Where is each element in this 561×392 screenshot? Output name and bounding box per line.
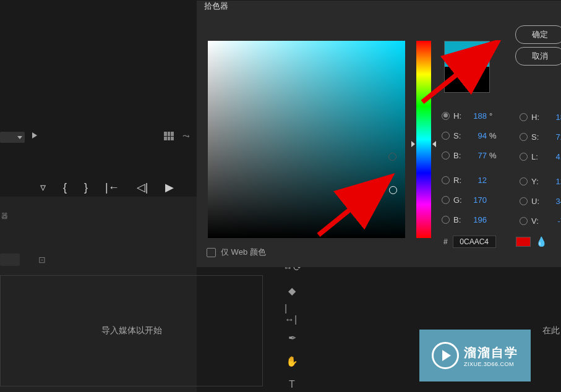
value-h[interactable]: 188 <box>466 111 489 121</box>
media-search-input[interactable] <box>0 254 20 266</box>
import-media-panel[interactable]: 导入媒体以开始 <box>0 275 263 386</box>
dialog-title: 拾色器 <box>204 1 228 12</box>
media-toolbar: ⊡ <box>0 252 197 267</box>
radio-s[interactable] <box>442 132 450 140</box>
play-circle-icon <box>432 342 459 369</box>
value-h2[interactable]: 18 <box>544 113 561 122</box>
zoom-dropdown[interactable] <box>0 132 25 143</box>
type-tool-icon[interactable]: T <box>285 377 299 392</box>
warning-swatch[interactable] <box>516 237 531 247</box>
play-icon[interactable]: ▶ <box>165 181 174 194</box>
value-s2[interactable]: 72 <box>544 132 561 142</box>
color-values-left: H: 188 ° S: 94 % B: 77 % R: 12 G: 170 <box>442 106 497 229</box>
old-color-swatch[interactable] <box>445 67 489 92</box>
radio-h2[interactable] <box>520 113 528 121</box>
radio-r[interactable] <box>442 176 450 184</box>
playback-controls: ▿ { } |← ◁| ▶ <box>40 181 174 194</box>
settings-grid-icon[interactable] <box>164 132 174 140</box>
radio-u[interactable] <box>520 197 528 205</box>
hex-row: # 💧 <box>443 236 547 248</box>
sb-cursor-previous <box>388 153 396 161</box>
marker-icon[interactable]: ▿ <box>40 181 46 194</box>
eyedropper-icon[interactable]: 💧 <box>536 236 547 247</box>
value-b[interactable]: 77 <box>466 151 489 160</box>
radio-l[interactable] <box>520 153 528 161</box>
watermark-url: ZIXUE.3D66.COM <box>464 361 518 367</box>
radio-v[interactable] <box>520 217 528 225</box>
value-y[interactable]: 12 <box>544 177 561 186</box>
radio-s2[interactable] <box>520 133 528 141</box>
go-to-in-icon[interactable]: |← <box>105 181 119 194</box>
hue-slider[interactable] <box>416 41 431 238</box>
sb-cursor-current <box>389 186 397 194</box>
import-prompt-text: 导入媒体以开始 <box>101 325 162 336</box>
value-g[interactable]: 170 <box>466 195 489 205</box>
pen-tool-icon[interactable]: ✒ <box>285 330 299 345</box>
value-l[interactable]: 41 <box>544 152 561 161</box>
hex-input[interactable] <box>453 236 496 248</box>
panel-tab-label: 器 <box>0 207 4 219</box>
web-color-checkbox-row: 仅 Web 颜色 <box>207 247 266 258</box>
radio-g[interactable] <box>442 196 450 204</box>
radio-b[interactable] <box>442 151 450 160</box>
saturation-brightness-field[interactable] <box>208 41 405 238</box>
ok-button[interactable]: 确定 <box>515 25 561 44</box>
watermark-cn: 溜溜自学 <box>464 344 518 361</box>
new-color-swatch <box>445 41 489 67</box>
cancel-button[interactable]: 取消 <box>515 47 561 66</box>
value-s[interactable]: 94 <box>466 131 489 140</box>
hex-label: # <box>443 237 448 246</box>
out-point-icon[interactable]: } <box>84 181 88 194</box>
razor-tool-icon[interactable]: ◆ <box>285 283 299 298</box>
timeline-placeholder-text: 在此 <box>542 325 560 336</box>
color-preview <box>444 41 490 93</box>
web-color-checkbox[interactable] <box>207 248 216 257</box>
color-values-right: H: 18 S: 72 L: 41 Y: 12 U: 34 V: -7 <box>520 107 561 231</box>
value-u[interactable]: 34 <box>544 197 561 206</box>
export-frame-icon[interactable]: ⤳ <box>182 131 190 141</box>
hand-tool-icon[interactable]: ✋ <box>285 354 299 369</box>
hue-indicator-right-icon <box>432 141 436 147</box>
web-color-label: 仅 Web 颜色 <box>221 247 266 258</box>
value-b2[interactable]: 196 <box>466 215 489 224</box>
step-back-icon[interactable]: ◁| <box>137 181 148 194</box>
play-toggle-icon[interactable] <box>32 132 37 138</box>
in-point-icon[interactable]: { <box>63 181 67 194</box>
radio-b2[interactable] <box>442 216 450 224</box>
value-v[interactable]: -7 <box>544 216 561 226</box>
color-picker-dialog: 拾色器 确定 取消 H: 188 ° S: 94 % B: 77 % <box>197 0 561 267</box>
new-bin-icon[interactable]: ⊡ <box>38 255 46 265</box>
value-r[interactable]: 12 <box>466 176 489 185</box>
radio-y[interactable] <box>520 177 528 185</box>
radio-h[interactable] <box>442 112 450 120</box>
slip-tool-icon[interactable]: |↔| <box>285 307 299 322</box>
source-monitor <box>0 0 197 197</box>
watermark-logo: 溜溜自学 ZIXUE.3D66.COM <box>419 330 531 381</box>
hue-indicator-left-icon <box>411 141 415 147</box>
tools-strip: ↔⟳ ◆ |↔| ✒ ✋ T <box>285 260 299 392</box>
